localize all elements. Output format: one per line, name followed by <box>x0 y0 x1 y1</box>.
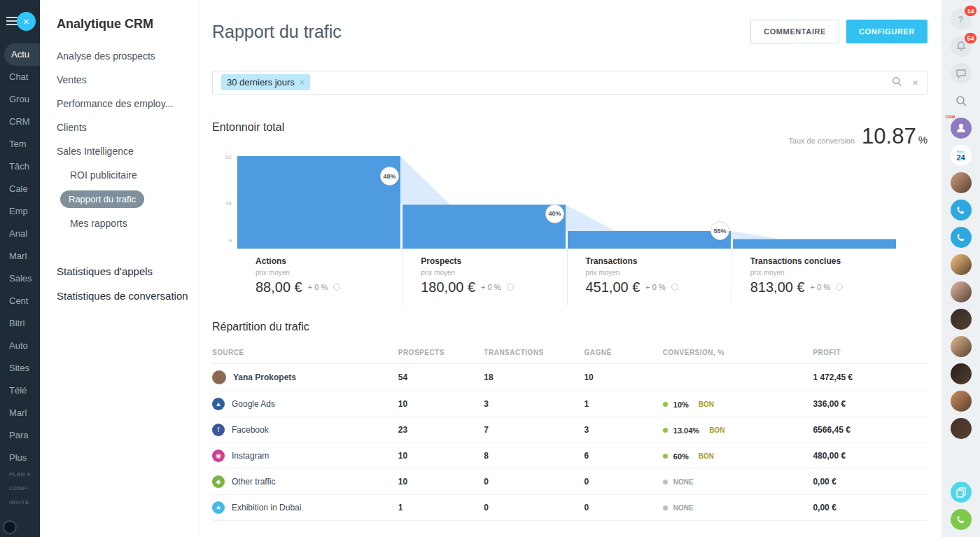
sidebar-item-crm[interactable]: CRM <box>0 111 40 133</box>
menu-item-ventes[interactable]: Ventes <box>40 68 199 92</box>
phone-call-icon[interactable] <box>951 509 972 530</box>
sidebar-item-plus[interactable]: Plus <box>0 447 40 467</box>
phone-icon[interactable] <box>951 200 972 221</box>
column-header-conversion[interactable]: CONVERSION, % <box>663 340 813 364</box>
menu-item-clients[interactable]: Clients <box>40 116 199 139</box>
photo-icon[interactable] <box>951 336 972 357</box>
table-row[interactable]: ◆Other traffic1000NONE0,00 € <box>212 468 927 494</box>
bell-icon[interactable]: 54 <box>951 36 972 57</box>
sidebar-item-auto[interactable]: Auto <box>0 335 40 357</box>
menu-item-statistiques-d-appels[interactable]: Statistiques d'appels <box>40 259 199 284</box>
source-name: Exhibition in Dubai <box>232 503 301 512</box>
traffic-table: SOURCEPROSPECTSTRANSACTIONSGAGNÉCONVERSI… <box>212 340 927 521</box>
sidebar-item-tem[interactable]: Tem <box>0 133 40 155</box>
photo-icon[interactable] <box>951 418 972 439</box>
menu-item-label: Mes rapports <box>70 218 127 229</box>
sidebar-footer-link-invite[interactable]: INVITE <box>9 499 40 505</box>
conversion-value: NONE <box>673 478 694 486</box>
table-row[interactable]: ★Exhibition in Dubai100NONE0,00 € <box>212 494 927 520</box>
funnel-stage-prospects: Prospectsprix moyen180,00 €+ 0 % <box>402 249 566 305</box>
column-header-transactions[interactable]: TRANSACTIONS <box>484 340 584 364</box>
funnel-svg <box>237 156 896 249</box>
table-row[interactable]: ◉Instagram108660%BON480,00 € <box>212 442 927 468</box>
bitrix24-icon[interactable]: Bitrix24 <box>951 145 972 166</box>
sidebar-item-cent[interactable]: Cent <box>0 290 40 312</box>
sidebar-footer-link-confi[interactable]: CONFI <box>9 485 40 491</box>
gagne-value: 0 <box>584 468 662 494</box>
menu-item-mes-rapports[interactable]: Mes rapports <box>40 211 199 235</box>
menu-item-rapport-du-trafic[interactable]: Rapport du trafic <box>40 187 199 211</box>
search-icon[interactable] <box>891 76 902 90</box>
hamburger-menu-icon[interactable] <box>6 17 18 25</box>
main-sidebar: × ActuChatGrouCRMTemTâchCaleEmpAnalMarlS… <box>0 0 40 537</box>
clear-filter-icon[interactable]: × <box>912 77 918 88</box>
column-header-prospects[interactable]: PROSPECTS <box>398 340 484 364</box>
menu-item-statistiques-de-conversation[interactable]: Statistiques de conversation <box>40 284 199 308</box>
sidebar-item-marl[interactable]: Marl <box>0 245 40 267</box>
column-header-profit[interactable]: PROFIT <box>813 340 927 364</box>
sidebar-item-anal[interactable]: Anal <box>0 223 40 245</box>
prospects-value: 10 <box>398 468 484 494</box>
sidebar-item-bitri[interactable]: Bitri <box>0 312 40 335</box>
sidebar-item-actu[interactable]: Actu <box>4 43 40 66</box>
menu-item-label: Statistiques de conversation <box>57 290 188 302</box>
table-row[interactable]: Yana Prokopets5418101 472,45 € <box>212 363 927 391</box>
person-icon[interactable]: CRM <box>951 118 972 139</box>
sidebar-item-t-l[interactable]: Télé <box>0 379 40 402</box>
sidebar-footer-link-plan-a[interactable]: PLAN A <box>9 471 40 477</box>
prospects-value: 1 <box>398 494 484 520</box>
sidebar-item-grou[interactable]: Grou <box>0 88 40 111</box>
conversion-cell: 13.04%BON <box>663 417 813 442</box>
table-row[interactable]: fFacebook237313.04%BON6566,45 € <box>212 417 927 442</box>
photo-icon[interactable] <box>951 363 972 384</box>
app-root: × ActuChatGrouCRMTemTâchCaleEmpAnalMarlS… <box>0 0 980 537</box>
filter-chip[interactable]: 30 derniers jours × <box>221 74 310 90</box>
transactions-value: 7 <box>484 417 584 442</box>
other-traffic-icon: ◆ <box>212 475 225 488</box>
status-dot-icon <box>663 454 668 459</box>
sidebar-item-sites[interactable]: Sites <box>0 357 40 379</box>
help-icon[interactable]: ?14 <box>951 8 972 29</box>
search-icon[interactable] <box>951 90 972 111</box>
info-icon <box>671 284 678 291</box>
stage-price: 813,00 € <box>750 279 805 295</box>
menu-item-analyse-des-prospects[interactable]: Analyse des prospects <box>40 44 199 68</box>
sidebar-item-chat[interactable]: Chat <box>0 66 40 88</box>
phone-icon[interactable] <box>951 227 972 248</box>
rating-label: BON <box>699 452 714 460</box>
column-header-source[interactable]: SOURCE <box>212 340 398 364</box>
menu-item-sales-intelligence[interactable]: Sales Intelligence <box>40 139 199 163</box>
copy-icon[interactable] <box>951 482 972 503</box>
menu-item-performance-des-employ[interactable]: Performance des employ... <box>40 92 199 116</box>
photo-icon[interactable] <box>951 391 972 412</box>
profit-value: 480,00 € <box>813 442 927 468</box>
stage-name: Transactions conclues <box>750 256 896 266</box>
sidebar-item-cale[interactable]: Cale <box>0 178 40 200</box>
info-icon <box>836 284 843 291</box>
photo-icon[interactable] <box>951 281 972 302</box>
menu-item-roi-publicitaire[interactable]: ROI publicitaire <box>40 163 199 187</box>
filter-bar[interactable]: 30 derniers jours × × <box>212 71 927 95</box>
sidebar-item-marl[interactable]: Marl <box>0 402 40 424</box>
notification-badge: 54 <box>965 33 976 43</box>
configure-button[interactable]: CONFIGURER <box>846 20 927 43</box>
y-axis-ticks: 92469 <box>212 156 233 249</box>
photo-icon[interactable] <box>951 172 972 193</box>
photo-icon[interactable] <box>951 254 972 275</box>
conversion-rate-value: 10.87 <box>862 124 916 148</box>
close-menu-button[interactable]: × <box>17 12 36 31</box>
menu-item-label: Clients <box>57 122 87 133</box>
chip-remove-icon[interactable]: × <box>300 78 304 88</box>
comment-button[interactable]: COMMENTAIRE <box>750 20 839 43</box>
sidebar-item-para[interactable]: Para <box>0 424 40 447</box>
sidebar-item-emp[interactable]: Emp <box>0 200 40 223</box>
photo-icon[interactable] <box>951 309 972 330</box>
sidebar-item-t-ch[interactable]: Tâch <box>0 155 40 178</box>
chat-icon[interactable] <box>951 63 972 84</box>
bitrix24-number: 24 <box>956 154 965 162</box>
prospects-value: 54 <box>398 363 484 391</box>
chat-widget-bubble[interactable] <box>3 520 17 534</box>
column-header-gagn[interactable]: GAGNÉ <box>584 340 662 364</box>
table-row[interactable]: ▲Google Ads103110%BON336,00 € <box>212 391 927 417</box>
sidebar-item-sales[interactable]: Sales <box>0 267 40 290</box>
